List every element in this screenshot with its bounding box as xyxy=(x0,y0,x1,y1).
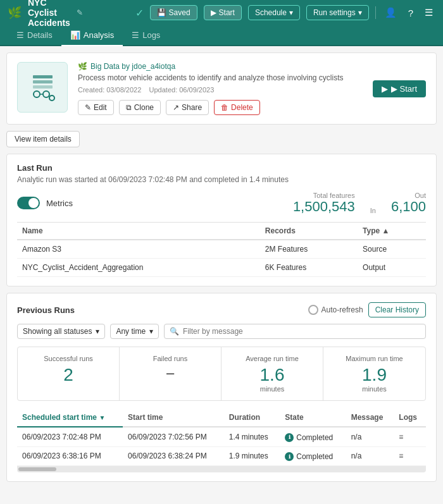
card-start-button[interactable]: ▶ ▶ Start xyxy=(373,80,426,97)
view-details-section: View item details xyxy=(6,131,437,147)
tab-details[interactable]: ☰ Details xyxy=(8,25,61,46)
view-details-button[interactable]: View item details xyxy=(6,131,80,147)
logs-icon[interactable]: ≡ xyxy=(399,433,403,441)
col-duration-header[interactable]: Duration xyxy=(224,409,280,427)
table-row: 06/09/2023 7:02:48 PM 06/09/2023 7:02:56… xyxy=(17,427,426,446)
logs-icon[interactable]: ≡ xyxy=(399,452,403,460)
row-state: ℹ Completed xyxy=(280,446,346,466)
play-icon: ▶ xyxy=(211,8,216,17)
previous-runs-section: Previous Runs Auto-refresh Clear History… xyxy=(6,293,437,482)
run-settings-button[interactable]: Run settings ▾ xyxy=(306,5,369,20)
status-filter-label: Showing all statuses xyxy=(23,327,92,336)
status-badge: ℹ Completed xyxy=(285,433,333,442)
row-name: Amazon S3 xyxy=(17,240,260,259)
table-row: 06/09/2023 6:38:16 PM 06/09/2023 6:38:24… xyxy=(17,446,426,466)
clone-icon: ⧉ xyxy=(126,103,132,112)
row-message: n/a xyxy=(346,427,394,446)
status-filter[interactable]: Showing all statuses ▾ xyxy=(17,324,105,339)
share-icon: ↗ xyxy=(173,103,179,112)
row-scheduled: 06/09/2023 7:02:48 PM xyxy=(17,427,123,446)
row-logs[interactable]: ≡ xyxy=(394,427,426,446)
row-records: 6K Features xyxy=(260,259,358,277)
chevron-down-icon: ▾ xyxy=(149,327,153,336)
message-filter[interactable]: 🔍 xyxy=(164,324,426,339)
play-icon: ▶ xyxy=(382,84,388,94)
info-icon-box xyxy=(17,62,68,113)
time-filter[interactable]: Any time ▾ xyxy=(110,324,159,339)
trash-icon: 🗑 xyxy=(221,103,228,112)
share-button[interactable]: ↗ Share xyxy=(166,100,209,115)
avg-value: 1.6 xyxy=(229,366,315,384)
analysis-tab-icon: 📊 xyxy=(70,30,80,40)
total-features-value: 1,500,543 xyxy=(293,199,355,214)
failed-runs-stat: Failed runs – xyxy=(120,347,222,400)
header-divider xyxy=(375,6,376,19)
last-run-section: Last Run Analytic run was started at 06/… xyxy=(6,154,437,286)
saved-button[interactable]: 💾 Saved xyxy=(150,5,197,20)
row-type: Output xyxy=(358,259,426,277)
successful-runs-stat: Successful runs 2 xyxy=(18,347,120,400)
col-type-header[interactable]: Type ▲ xyxy=(358,223,426,240)
edit-button[interactable]: ✎ Edit xyxy=(78,100,114,115)
page-title: NYC Cyclist Accidents xyxy=(28,0,70,28)
row-state: ℹ Completed xyxy=(280,427,346,446)
svg-rect-2 xyxy=(33,85,53,89)
schedule-button[interactable]: Schedule ▾ xyxy=(248,5,300,20)
col-start-header[interactable]: Start time xyxy=(123,409,224,427)
table-row: Amazon S3 2M Features Source xyxy=(17,240,426,259)
delete-button[interactable]: 🗑 Delete xyxy=(214,100,260,115)
logs-tab-icon: ☰ xyxy=(132,30,139,40)
info-details: 🌿 Big Data by jdoe_a4iotqa Process motor… xyxy=(78,62,363,115)
menu-icon[interactable]: ☰ xyxy=(422,4,435,21)
in-stat: In xyxy=(370,207,376,214)
row-records: 2M Features xyxy=(260,240,358,259)
owner-icon: 🌿 xyxy=(78,62,87,71)
row-duration: 1.9 minutes xyxy=(224,446,280,466)
svg-point-4 xyxy=(43,91,49,97)
tab-analysis[interactable]: 📊 Analysis xyxy=(61,25,123,46)
metrics-toggle[interactable] xyxy=(17,197,40,209)
scroll-thumb[interactable] xyxy=(18,467,56,471)
clear-history-button[interactable]: Clear History xyxy=(368,302,426,317)
tab-logs[interactable]: ☰ Logs xyxy=(123,25,169,46)
col-logs-header[interactable]: Logs xyxy=(394,409,426,427)
edit-icon: ✎ xyxy=(85,103,91,112)
prev-runs-header: Previous Runs Auto-refresh Clear History xyxy=(17,302,426,317)
row-message: n/a xyxy=(346,446,394,466)
col-message-header[interactable]: Message xyxy=(346,409,394,427)
last-run-subtitle: Analytic run was started at 06/09/2023 7… xyxy=(17,175,426,184)
avg-run-time-stat: Average run time 1.6 minutes xyxy=(222,347,323,400)
chevron-down-icon: ▾ xyxy=(358,8,362,17)
metrics-row: Metrics Total features 1,500,543 In Out … xyxy=(17,192,426,214)
main-content: 🌿 Big Data by jdoe_a4iotqa Process motor… xyxy=(0,52,443,482)
search-icon: 🔍 xyxy=(170,327,179,336)
scroll-area[interactable] xyxy=(17,466,426,472)
help-icon[interactable]: ? xyxy=(406,5,416,21)
chevron-down-icon: ▾ xyxy=(96,327,99,336)
message-filter-input[interactable] xyxy=(183,327,420,336)
user-icon[interactable]: 👤 xyxy=(382,4,399,21)
row-name: NYC_Cyclist_Accident_Aggregation xyxy=(17,259,260,277)
save-check-icon: ✓ xyxy=(135,7,144,19)
chevron-down-icon: ▾ xyxy=(289,8,293,17)
col-state-header[interactable]: State xyxy=(280,409,346,427)
col-name-header: Name xyxy=(17,223,260,240)
svg-rect-1 xyxy=(33,80,53,83)
row-scheduled: 06/09/2023 6:38:16 PM xyxy=(17,446,123,466)
stats-grid: Successful runs 2 Failed runs – Average … xyxy=(17,347,426,401)
autorefresh-radio[interactable] xyxy=(308,305,318,315)
col-scheduled-header[interactable]: Scheduled start time ▼ xyxy=(17,409,123,427)
start-button[interactable]: ▶ Start xyxy=(204,5,242,20)
edit-title-icon[interactable]: ✎ xyxy=(77,8,83,17)
metrics-label: Metrics xyxy=(46,199,287,208)
time-filter-label: Any time xyxy=(116,327,146,336)
prev-runs-title: Previous Runs xyxy=(17,305,75,315)
clone-button[interactable]: ⧉ Clone xyxy=(119,100,161,115)
last-run-title: Last Run xyxy=(17,163,426,173)
app-header: 🌿 NYC Cyclist Accidents ✎ ✓ 💾 Saved ▶ St… xyxy=(0,0,443,25)
row-start: 06/09/2023 6:38:24 PM xyxy=(123,446,224,466)
row-type: Source xyxy=(358,240,426,259)
row-logs[interactable]: ≡ xyxy=(394,446,426,466)
info-description: Process motor vehicle accidents to ident… xyxy=(78,73,363,82)
data-icon xyxy=(25,70,60,105)
